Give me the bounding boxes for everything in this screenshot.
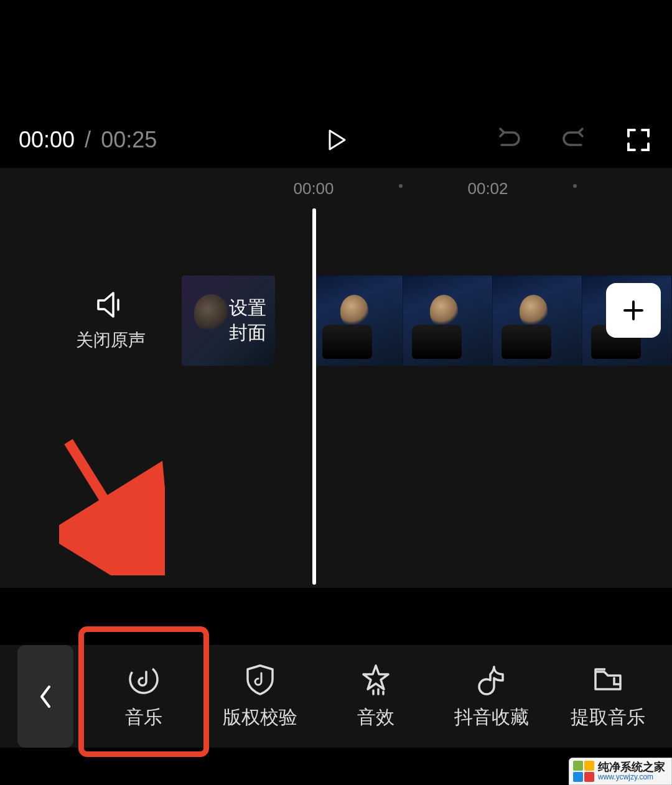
bottom-toolbar: 音乐 版权校验 音效 抖音收藏 提取音乐 [0,645,672,748]
clip-frame [314,276,403,366]
toolbar-label: 抖音收藏 [454,705,529,730]
speaker-icon [95,289,127,321]
shield-music-icon [243,662,277,696]
star-bars-icon [359,662,393,696]
watermark-logo-icon [573,761,594,782]
timeline-ruler: 00:00 00:02 [0,168,672,205]
time-current: 00:00 [19,127,75,152]
play-button[interactable] [320,124,352,156]
clip-frame [493,276,582,366]
playback-controls: 00:00 / 00:25 [0,112,672,168]
toolbar-item-sound-effect[interactable]: 音效 [329,662,422,730]
playhead[interactable] [312,208,316,585]
ruler-mark: 00:00 [293,179,334,198]
timeline[interactable]: 00:00 00:02 关闭原声 设置 封面 [0,168,672,588]
redo-icon [560,126,587,154]
mute-original-audio-button[interactable]: 关闭原声 [76,289,146,352]
time-display: 00:00 / 00:25 [19,127,157,153]
toolbar-item-music[interactable]: 音乐 [97,662,190,730]
toolbar-items: 音乐 版权校验 音效 抖音收藏 提取音乐 [73,662,672,730]
clip-frame [403,276,493,366]
watermark: 纯净系统之家 www.ycwjzy.com [569,758,672,785]
folder-extract-icon [591,662,625,696]
toolbar-label: 音乐 [125,705,162,730]
toolbar-item-douyin-favorites[interactable]: 抖音收藏 [445,662,538,730]
music-disc-icon [127,662,161,696]
toolbar-item-extract-music[interactable]: 提取音乐 [561,662,655,730]
add-clip-button[interactable] [606,283,661,338]
undo-icon [495,126,523,154]
watermark-url: www.ycwjzy.com [598,773,665,781]
plus-icon [621,298,646,323]
douyin-icon [475,662,508,696]
time-total: 00:25 [101,127,157,152]
toolbar-label: 音效 [357,705,394,730]
cover-text-line2: 封面 [229,320,266,345]
ruler-dot [399,184,403,188]
undo-button[interactable] [494,125,524,155]
video-preview[interactable] [0,0,672,112]
ruler-mark: 00:02 [467,179,508,198]
video-track: 关闭原声 设置 封面 [0,274,672,367]
redo-button[interactable] [559,125,589,155]
mute-label: 关闭原声 [76,328,146,352]
set-cover-button[interactable]: 设置 封面 [182,276,275,366]
cover-text-line1: 设置 [229,295,266,320]
time-separator: / [85,127,91,152]
play-icon [324,128,348,152]
ruler-dot [573,184,577,188]
fullscreen-button[interactable] [623,125,653,155]
fullscreen-icon [625,126,652,154]
toolbar-label: 提取音乐 [571,705,645,730]
chevron-left-icon [37,683,54,710]
back-button[interactable] [17,645,73,748]
toolbar-label: 版权校验 [223,705,297,730]
svg-point-1 [128,663,160,695]
watermark-title: 纯净系统之家 [598,761,665,774]
right-controls [494,125,653,155]
toolbar-item-copyright[interactable]: 版权校验 [213,662,307,730]
